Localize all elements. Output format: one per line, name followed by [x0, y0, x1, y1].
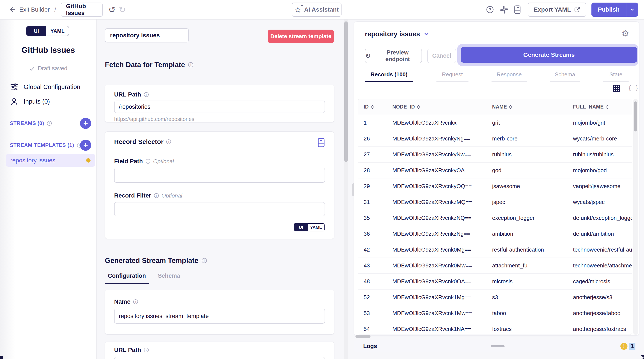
tab-state[interactable]: State — [603, 71, 629, 82]
info-icon: i — [154, 193, 159, 198]
svg-text:i: i — [148, 160, 148, 163]
scrollbar-thumb[interactable] — [344, 22, 348, 162]
stream-templates-section-header[interactable]: STREAM TEMPLATES (1) i — [10, 140, 82, 151]
info-icon: i — [144, 92, 149, 97]
back-arrow-icon[interactable] — [8, 5, 16, 14]
table-row: 52 MDEwOlJlcG9zaXRvcnk1Mg== s3 anotherje… — [358, 290, 632, 306]
column-header-name[interactable]: NAME — [492, 104, 573, 110]
toggle-ui-option[interactable]: UI — [26, 26, 46, 36]
export-yaml-button[interactable]: Export YAML — [528, 2, 586, 17]
table-row: 54 MDEwOlJlcG9zaXRvcnk1NA== foxtracs ano… — [358, 321, 632, 335]
cell-name: s3 — [492, 294, 573, 301]
help-icon[interactable]: ? — [486, 5, 494, 14]
cell-name: jsawesome — [492, 183, 573, 190]
cell-id: 29 — [364, 183, 392, 190]
warning-icon: ! — [620, 343, 628, 350]
tab-response[interactable]: Response — [492, 71, 527, 82]
toggle-yaml-option[interactable]: YAML — [308, 224, 324, 231]
table-row: 48 MDEwOlJlcG9zaXRvcnk0OA== microsis cag… — [358, 274, 632, 290]
scrollbar-thumb[interactable] — [634, 102, 637, 132]
tab-schema[interactable]: Schema — [550, 71, 580, 82]
record-filter-input[interactable] — [114, 202, 325, 216]
generated-url-path-input[interactable] — [114, 357, 325, 359]
ai-assistant-label: AI Assistant — [304, 6, 339, 13]
info-icon: i — [146, 159, 150, 164]
sidebar-item-repository-issues[interactable]: repository issues — [6, 154, 95, 167]
cell-full-name: rubinius/rubinius — [573, 151, 632, 158]
toggle-ui-option[interactable]: UI — [294, 224, 308, 231]
publish-button[interactable]: Publish — [592, 2, 626, 17]
table-row: 27 MDEwOlJlcG9zaXRvcnkyNw== rubinius rub… — [358, 147, 632, 162]
publish-dropdown-button[interactable] — [626, 2, 638, 17]
streams-section-header[interactable]: STREAMS (0) i — [10, 118, 52, 129]
gear-icon[interactable]: ⚙ — [622, 29, 629, 38]
cell-full-name: mojombo/grit — [573, 120, 632, 126]
table-row: 28 MDEwOlJlcG9zaXRvcnkyOA== god mojombo/… — [358, 162, 632, 178]
field-path-input[interactable] — [114, 168, 325, 183]
tab-configuration[interactable]: Configuration — [105, 272, 149, 284]
breadcrumb: Exit Builder / GitHub Issues ↺ ↻ — [8, 0, 126, 19]
connector-name-input[interactable]: GitHub Issues — [61, 2, 103, 17]
table-row: 31 MDEwOlJlcG9zaXRvcnkzMQ== jspec wycats… — [358, 194, 632, 210]
table-row: 35 MDEwOlJlcG9zaXRvcnkzNQ== exception_lo… — [358, 210, 632, 226]
exit-builder-link[interactable]: Exit Builder — [19, 6, 50, 13]
template-item-label: repository issues — [10, 157, 55, 164]
cell-full-name: anotherjesse/foxtracs — [573, 326, 632, 332]
cell-name: exception_logger — [492, 215, 573, 221]
table-scrollbar[interactable] — [633, 99, 638, 335]
table-row: 42 MDEwOlJlcG9zaXRvcnk0Mg== restful-auth… — [358, 242, 632, 258]
add-stream-template-button[interactable]: + — [80, 140, 91, 151]
check-icon — [29, 66, 35, 72]
sidebar-item-global-configuration[interactable]: Global Configuration — [10, 83, 80, 91]
add-stream-button[interactable]: + — [80, 118, 91, 129]
ai-assistant-button[interactable]: ☆✦ AI Assistant — [292, 2, 342, 17]
toggle-yaml-option[interactable]: YAML — [46, 26, 69, 36]
table-view-icon[interactable] — [613, 84, 620, 92]
column-header-full-name[interactable]: FULL_NAME — [573, 104, 632, 110]
cell-node-id: MDEwOlJlcG9zaXRvcnk1Mg== — [392, 294, 492, 301]
generated-section-title: Generated Stream Template i — [105, 256, 207, 265]
cell-full-name: vanpelt/jsawesome — [573, 183, 632, 190]
undo-icon[interactable]: ↺ — [108, 5, 116, 14]
cell-id: 43 — [364, 262, 392, 269]
editor-scrollbar[interactable] — [344, 20, 348, 359]
corner-widget — [0, 356, 3, 359]
cell-name: rubinius — [492, 151, 573, 158]
records-table-header: ID NODE_ID NAME FULL_NAME — [358, 99, 632, 115]
template-stream-name-input[interactable] — [114, 308, 325, 324]
svg-text:i: i — [135, 300, 136, 304]
connector-title: GitHub Issues — [0, 46, 96, 55]
docs-icon[interactable] — [514, 5, 521, 14]
cell-id: 31 — [364, 199, 392, 206]
column-header-id[interactable]: ID — [364, 104, 392, 110]
documentation-icon[interactable] — [317, 138, 325, 148]
stream-template-editor: Delete stream template Fetch Data for Te… — [97, 20, 344, 359]
cell-full-name: technoweenie/restful-authentication — [573, 246, 632, 253]
unsaved-changes-dot — [86, 158, 90, 162]
table-horizontal-scrollbar-thumb[interactable] — [356, 335, 370, 338]
info-icon: i — [47, 121, 52, 126]
cell-node-id: MDEwOlJlcG9zaXRvcnkx — [392, 120, 492, 126]
url-path-input[interactable] — [114, 100, 325, 113]
preview-endpoint-button[interactable]: ↻ Preview endpoint — [365, 49, 422, 63]
slack-icon[interactable] — [500, 5, 508, 14]
json-view-icon[interactable]: { } — [628, 84, 639, 92]
column-header-node-id[interactable]: NODE_ID — [392, 104, 492, 110]
cell-node-id: MDEwOlJlcG9zaXRvcnkyOA== — [392, 167, 492, 174]
logs-bar[interactable]: Logs ! 1 — [354, 340, 639, 352]
cancel-button[interactable]: Cancel — [427, 49, 456, 63]
tab-request[interactable]: Request — [436, 71, 468, 82]
url-path-card: URL Path i https://api.github.com/reposi… — [105, 85, 334, 122]
template-name-input[interactable] — [105, 28, 189, 42]
redo-icon[interactable]: ↻ — [119, 5, 126, 14]
sidebar-item-inputs[interactable]: Inputs (0) — [10, 98, 50, 105]
svg-text:i: i — [190, 63, 191, 66]
tab-records[interactable]: Records (100) — [365, 71, 413, 82]
generate-streams-button[interactable]: Generate Streams — [461, 47, 637, 62]
cell-id: 48 — [364, 278, 392, 285]
cell-id: 36 — [364, 230, 392, 237]
tab-schema[interactable]: Schema — [158, 272, 178, 284]
logs-drag-handle[interactable] — [490, 345, 504, 347]
stream-selector[interactable]: repository issues — [365, 30, 430, 38]
delete-stream-template-button[interactable]: Delete stream template — [268, 30, 334, 43]
